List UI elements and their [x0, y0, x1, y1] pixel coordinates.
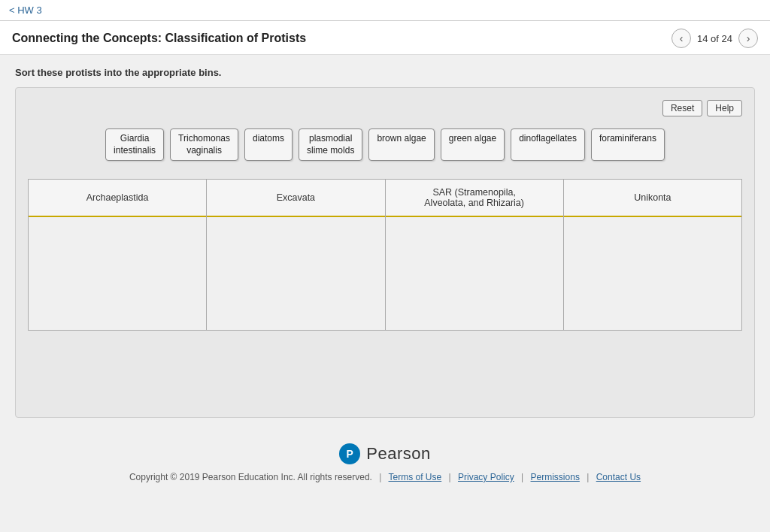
bin-sar[interactable]: SAR (Stramenopila, Alveolata, and Rhizar…: [386, 180, 564, 330]
page-nav: ‹ 14 of 24 ›: [671, 29, 758, 48]
drag-item-foraminiferans[interactable]: foraminiferans: [591, 128, 665, 161]
bin-header-sar: SAR (Stramenopila, Alveolata, and Rhizar…: [386, 180, 563, 217]
bin-body-unikonta[interactable]: [564, 217, 741, 330]
help-button[interactable]: Help: [707, 100, 742, 116]
page-header: Connecting the Concepts: Classification …: [0, 21, 770, 55]
drag-item-dinoflagellates[interactable]: dinoflagellates: [511, 128, 585, 161]
activity-box: Reset Help Giardia intestinalisTrichomon…: [15, 87, 755, 418]
bin-archaeplastida[interactable]: Archaeplastida: [29, 180, 207, 330]
page-count: 14 of 24: [697, 33, 732, 44]
drag-item-giardia[interactable]: Giardia intestinalis: [105, 128, 164, 161]
bin-header-archaeplastida: Archaeplastida: [29, 180, 206, 217]
drag-item-trichomonas[interactable]: Trichomonas vaginalis: [170, 128, 238, 161]
reset-button[interactable]: Reset: [662, 100, 702, 116]
bin-excavata[interactable]: Excavata: [207, 180, 385, 330]
prev-page-button[interactable]: ‹: [671, 29, 691, 48]
footer-logo: P Pearson: [0, 430, 770, 472]
contact-us-link[interactable]: Contact Us: [596, 472, 641, 482]
bin-body-sar[interactable]: [386, 217, 563, 330]
bin-body-archaeplastida[interactable]: [29, 217, 206, 330]
drag-item-diatoms[interactable]: diatoms: [244, 128, 293, 161]
terms-of-use-link[interactable]: Terms of Use: [389, 472, 442, 482]
page-title: Connecting the Concepts: Classification …: [12, 32, 306, 45]
main-content: Sort these protists into the appropriate…: [0, 55, 770, 430]
bins-area: ArchaeplastidaExcavataSAR (Stramenopila,…: [28, 179, 742, 331]
bin-body-excavata[interactable]: [207, 217, 384, 330]
privacy-policy-link[interactable]: Privacy Policy: [458, 472, 514, 482]
permissions-link[interactable]: Permissions: [531, 472, 580, 482]
activity-actions: Reset Help: [28, 100, 742, 116]
pearson-logo-icon: P: [339, 443, 360, 464]
instruction-text: Sort these protists into the appropriate…: [15, 67, 755, 78]
pearson-brand-name: Pearson: [366, 444, 430, 464]
copyright-text: Copyright © 2019 Pearson Education Inc. …: [129, 472, 372, 482]
footer-links: Copyright © 2019 Pearson Education Inc. …: [0, 472, 770, 491]
bin-header-excavata: Excavata: [207, 180, 384, 217]
drag-items-area: Giardia intestinalisTrichomonas vaginali…: [28, 128, 742, 161]
drag-item-brown_algae[interactable]: brown algae: [368, 128, 434, 161]
bin-header-unikonta: Unikonta: [564, 180, 741, 217]
drag-item-plasmodial[interactable]: plasmodial slime molds: [299, 128, 362, 161]
hw-back-link[interactable]: < HW 3: [9, 5, 42, 16]
top-bar: < HW 3: [0, 0, 770, 21]
bin-unikonta[interactable]: Unikonta: [564, 180, 741, 330]
next-page-button[interactable]: ›: [738, 29, 758, 48]
drag-item-green_algae[interactable]: green algae: [441, 128, 505, 161]
